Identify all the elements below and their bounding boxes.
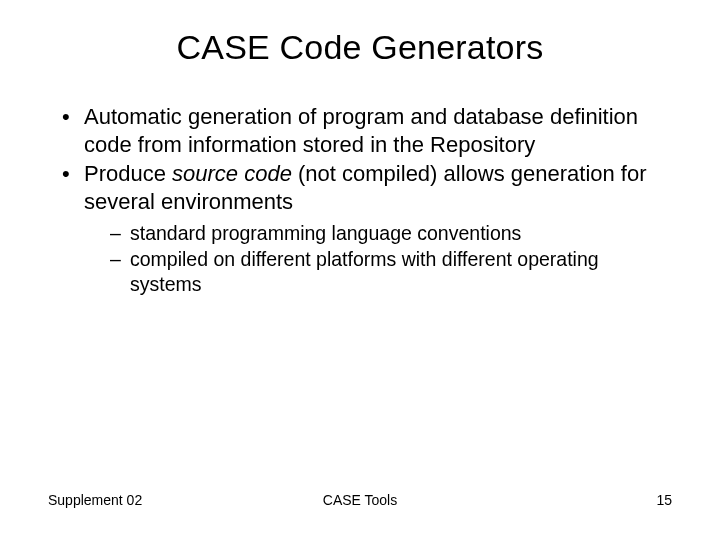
footer-center: CASE Tools	[323, 492, 397, 508]
bullet-list: Automatic generation of program and data…	[48, 103, 672, 296]
subbullet-item: compiled on different platforms with dif…	[110, 247, 672, 296]
bullet-item: Automatic generation of program and data…	[62, 103, 672, 158]
subbullet-text: standard programming language convention…	[130, 222, 521, 244]
subbullet-item: standard programming language convention…	[110, 221, 672, 245]
footer-right: 15	[656, 492, 672, 508]
slide-footer: Supplement 02 CASE Tools 15	[48, 492, 672, 508]
bullet-text-pre: Produce	[84, 161, 172, 186]
footer-left: Supplement 02	[48, 492, 142, 508]
subbullet-text: compiled on different platforms with dif…	[130, 248, 599, 294]
slide-title: CASE Code Generators	[48, 28, 672, 67]
subbullet-list: standard programming language convention…	[84, 221, 672, 296]
bullet-item: Produce source code (not compiled) allow…	[62, 160, 672, 296]
bullet-text-em: source code	[172, 161, 292, 186]
bullet-text: Automatic generation of program and data…	[84, 104, 638, 157]
